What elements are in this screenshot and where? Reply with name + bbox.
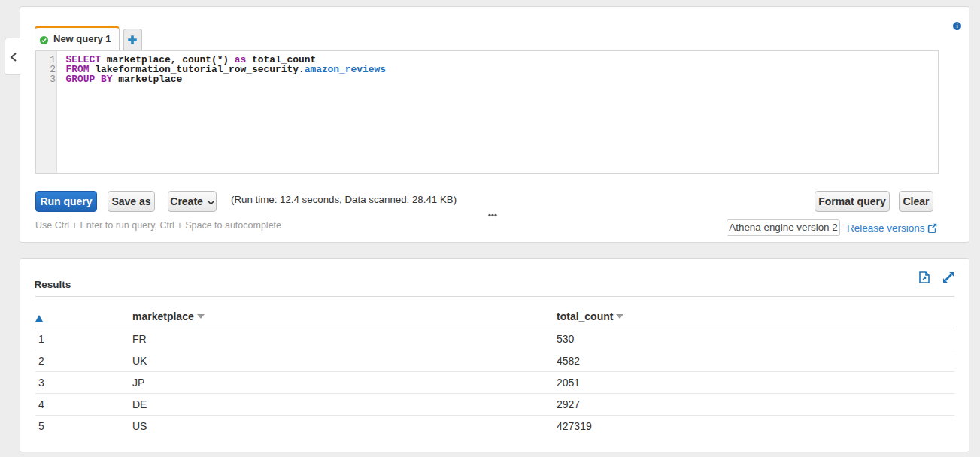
svg-text:i: i — [956, 23, 957, 29]
